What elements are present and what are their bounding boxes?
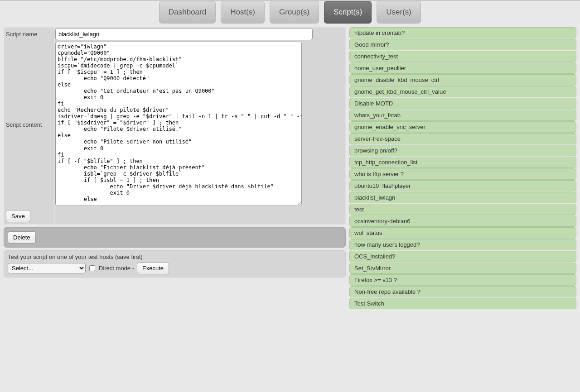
script-name-input[interactable]: [55, 28, 313, 40]
script-item[interactable]: home_user_peullier: [349, 62, 576, 74]
script-item[interactable]: ocsinventory-debian6: [349, 215, 576, 227]
script-item[interactable]: Firefox >= v13 ?: [349, 274, 576, 286]
script-item[interactable]: connectivity_test: [349, 51, 576, 62]
script-item[interactable]: Test Switch: [349, 298, 576, 309]
main-content: Script name Script content Save Delete: [0, 24, 580, 313]
script-item[interactable]: wol_status: [349, 227, 576, 239]
script-item[interactable]: gnome_enable_vnc_server: [349, 121, 576, 133]
script-item[interactable]: Disable MOTD: [349, 98, 576, 109]
test-heading: Test your script on one of your test hos…: [8, 253, 342, 260]
script-list: ntpdate in crontab?Good mirror?connectiv…: [349, 27, 576, 309]
script-content-label: Script content: [4, 41, 55, 208]
tab-scripts[interactable]: Script(s): [324, 1, 372, 24]
script-content-textarea[interactable]: [55, 42, 302, 206]
save-button[interactable]: Save: [6, 210, 30, 222]
script-item[interactable]: ntpdate in crontab?: [349, 27, 576, 38]
script-item[interactable]: whats_your_fstab: [349, 110, 576, 121]
script-item[interactable]: who is tftp server ?: [349, 168, 576, 180]
tab-hosts[interactable]: Host(s): [221, 1, 265, 24]
script-item[interactable]: Non-free repo available ?: [349, 286, 576, 297]
delete-panel: Delete: [4, 227, 346, 248]
direct-mode-label: Direct mode -: [99, 265, 134, 272]
script-item[interactable]: blacklist_iwlagn: [349, 192, 576, 203]
test-host-select[interactable]: Select...: [8, 263, 86, 273]
script-item[interactable]: Set_SrvMirror: [349, 263, 576, 274]
left-column: Script name Script content Save Delete: [4, 27, 346, 309]
test-controls-row: Select... Direct mode - Execute: [8, 262, 342, 274]
script-form-table: Script name Script content Save: [4, 27, 346, 225]
tab-users[interactable]: User(s): [377, 1, 421, 24]
script-item[interactable]: how many users logged?: [349, 239, 576, 250]
script-item[interactable]: ubuntu10_flashplayer: [349, 180, 576, 191]
script-item[interactable]: tcp_http_connection_list: [349, 157, 576, 168]
delete-button[interactable]: Delete: [8, 231, 36, 244]
script-item[interactable]: gnome_disable_kbd_mouse_ctrl: [349, 74, 576, 86]
script-item[interactable]: server-free-space: [349, 133, 576, 144]
tab-groups[interactable]: Group(s): [270, 1, 319, 24]
test-panel: Test your script on one of your test hos…: [4, 250, 346, 277]
tab-dashboard[interactable]: Dashboard: [159, 1, 216, 24]
script-name-label: Script name: [4, 28, 55, 41]
script-item[interactable]: test: [349, 204, 576, 215]
script-item[interactable]: gnome_get_kbd_mouse_ctrl_value: [349, 86, 576, 97]
script-item[interactable]: browsing on/off?: [349, 145, 576, 156]
right-column: ntpdate in crontab?Good mirror?connectiv…: [349, 27, 576, 309]
direct-mode-checkbox[interactable]: [89, 265, 95, 271]
main-tabs: DashboardHost(s)Group(s)Script(s)User(s): [0, 0, 580, 24]
script-item[interactable]: Good mirror?: [349, 39, 576, 50]
script-item[interactable]: OCS_installed?: [349, 251, 576, 262]
execute-button[interactable]: Execute: [137, 262, 169, 274]
